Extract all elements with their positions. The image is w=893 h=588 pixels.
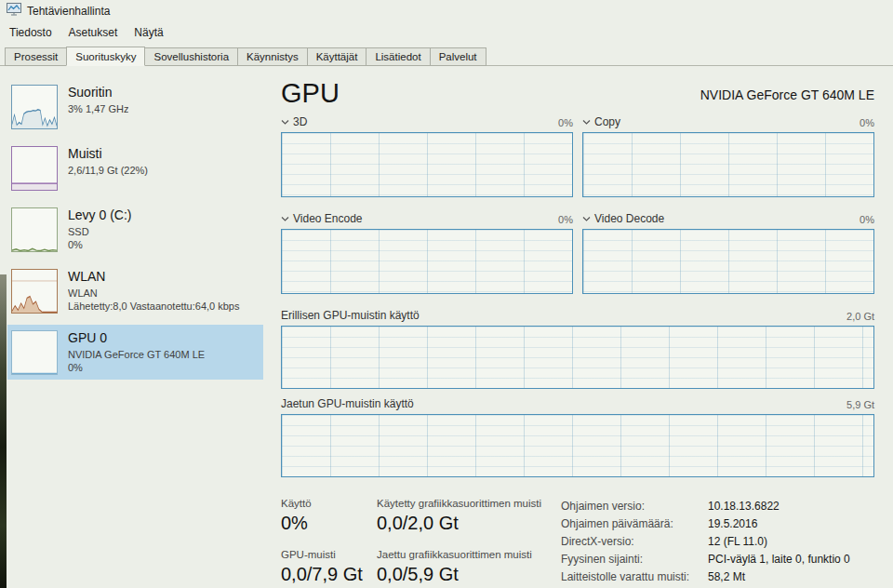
window-title: Tehtävienhallinta (27, 5, 110, 18)
physical-location-row: Fyysinen sijainti: PCI-väylä 1, laite 0,… (561, 551, 850, 568)
chart-video-decode: Video Decode 0% (582, 209, 874, 294)
sidebar-item-title: GPU 0 (68, 330, 205, 345)
menu-item-asetukset[interactable]: Asetukset (60, 24, 127, 41)
tab-kaynnistys[interactable]: Käynnistys (237, 47, 308, 66)
sidebar-item-detail: NVIDIA GeForce GT 640M LE (68, 348, 205, 361)
chart-label: Erillisen GPU-muistin käyttö (281, 309, 420, 322)
chart-copy: Copy 0% (582, 113, 874, 197)
stat-gpu-memory: GPU-muisti 0,0/7,9 Gt (281, 549, 377, 585)
sidebar-item-title: Muisti (68, 146, 148, 161)
chart-value: 0% (558, 214, 573, 225)
driver-info-label: Ohjaimen versio: (561, 498, 708, 515)
chart-label: Copy (594, 115, 620, 128)
sidebar-item-detail: SSD (68, 225, 131, 238)
driver-info-label: Ohjaimen päivämäärä: (561, 515, 708, 533)
driver-info-value: 12 (FL 11.0) (708, 533, 767, 551)
sidebar-item-detail: WLAN (68, 287, 240, 300)
stat-value: 0,0/7,9 Gt (281, 564, 377, 585)
chart-video-decode-graph (582, 229, 874, 294)
sidebar-item-cpu[interactable]: Suoritin 3% 1,47 GHz (7, 79, 263, 134)
tab-suorituskyky[interactable]: Suorituskyky (66, 47, 145, 66)
desktop-background-edge (0, 274, 7, 588)
stat-label: Käytetty grafiikkasuorittimen muisti (377, 498, 559, 509)
menu-bar: Tiedosto Asetukset Näytä (0, 22, 893, 43)
hardware-reserved-memory-row: Laitteistolle varattu muisti: 58,2 Mt (561, 568, 850, 586)
chart-value: 2,0 Gt (846, 311, 874, 322)
driver-info-label: Laitteistolle varattu muisti: (561, 568, 708, 586)
title-bar: Tehtävienhallinta (0, 0, 893, 22)
sidebar-item-detail: 0% (68, 361, 205, 374)
menu-item-tiedosto[interactable]: Tiedosto (1, 24, 60, 41)
cpu-sparkline-chart (11, 85, 58, 129)
chart-3d-graph (281, 132, 573, 197)
chart-value: 0% (860, 117, 874, 128)
driver-version-row: Ohjaimen versio: 10.18.13.6822 (561, 498, 850, 515)
chevron-down-icon[interactable] (582, 216, 591, 222)
stat-usage: Käyttö 0% (281, 498, 377, 534)
memory-sparkline-chart (11, 146, 58, 191)
driver-info-value: 58,2 Mt (708, 568, 745, 586)
driver-info-label: DirectX-versio: (561, 533, 708, 551)
sidebar-item-title: Suoritin (68, 85, 128, 100)
sidebar-item-gpu[interactable]: GPU 0 NVIDIA GeForce GT 640M LE 0% (7, 325, 263, 380)
page-title: GPU (281, 79, 340, 107)
stat-label: Käyttö (281, 498, 377, 509)
gpu-device-name: NVIDIA GeForce GT 640M LE (700, 87, 874, 107)
sidebar-item-detail: 2,6/11,9 Gt (22%) (68, 164, 148, 177)
stat-shared-memory-usage: Jaettu grafiikkasuorittimen muisti 0,0/5… (377, 549, 559, 585)
tab-prosessit[interactable]: Prosessit (5, 47, 67, 66)
tab-lisatiedot[interactable]: Lisätiedot (366, 47, 430, 66)
chart-3d: 3D 0% (281, 113, 573, 197)
chart-value: 5,9 Gt (846, 399, 874, 410)
performance-sidebar: Suoritin 3% 1,47 GHz Muisti 2,6/11,9 Gt … (0, 66, 263, 588)
chart-label: 3D (293, 115, 307, 128)
sidebar-item-detail: 0% (68, 238, 131, 251)
gpu-detail-panel: GPU NVIDIA GeForce GT 640M LE 3D 0% (263, 66, 893, 588)
stat-label: Jaettu grafiikkasuorittimen muisti (377, 549, 559, 560)
chart-label: Video Decode (594, 212, 664, 225)
chart-value: 0% (860, 214, 874, 225)
chart-video-encode: Video Encode 0% (281, 209, 573, 294)
sidebar-item-detail: 3% 1,47 GHz (68, 102, 128, 115)
chart-label: Video Encode (293, 212, 363, 225)
sidebar-item-detail: Lähetetty:8,0 Vastaanotettu:64,0 kbps (68, 300, 240, 313)
menu-item-nayta[interactable]: Näytä (126, 24, 171, 41)
tab-kayttajat[interactable]: Käyttäjät (307, 47, 367, 66)
chevron-down-icon[interactable] (281, 119, 289, 126)
chart-dedicated-gpu-memory: Erillisen GPU-muistin käyttö 2,0 Gt (281, 306, 874, 389)
tab-sovellushistoria[interactable]: Sovellushistoria (144, 47, 238, 66)
chart-shared-gpu-memory: Jaetun GPU-muistin käyttö 5,9 Gt (281, 394, 874, 477)
performance-pane: Suoritin 3% 1,47 GHz Muisti 2,6/11,9 Gt … (0, 66, 893, 588)
chart-label: Jaetun GPU-muistin käyttö (281, 397, 414, 410)
wlan-sparkline-chart (11, 269, 58, 314)
driver-info-value: PCI-väylä 1, laite 0, funktio 0 (708, 551, 850, 568)
chevron-down-icon[interactable] (582, 119, 591, 126)
chart-shared-gpu-memory-graph (281, 414, 874, 477)
tab-bar: Prosessit Suorituskyky Sovellushistoria … (0, 43, 893, 66)
stat-label: GPU-muisti (281, 549, 377, 560)
driver-info-label: Fyysinen sijainti: (561, 551, 708, 568)
tab-palvelut[interactable]: Palvelut (430, 47, 486, 66)
sidebar-item-memory[interactable]: Muisti 2,6/11,9 Gt (22%) (7, 140, 263, 195)
stat-value: 0% (281, 513, 377, 534)
stat-value: 0,0/2,0 Gt (377, 513, 559, 534)
sidebar-item-disk[interactable]: Levy 0 (C:) SSD 0% (7, 202, 263, 257)
chart-copy-graph (582, 132, 874, 197)
sidebar-item-title: Levy 0 (C:) (68, 207, 131, 222)
chart-dedicated-gpu-memory-graph (281, 326, 874, 389)
gpu-stats: Käyttö 0% GPU-muisti 0,0/7,9 Gt Käytetty… (281, 498, 874, 588)
chart-value: 0% (558, 117, 573, 128)
gpu-sparkline-chart (11, 330, 58, 375)
sidebar-item-title: WLAN (68, 269, 240, 284)
disk-sparkline-chart (11, 207, 58, 252)
task-manager-icon (7, 3, 21, 20)
driver-info: Ohjaimen versio: 10.18.13.6822 Ohjaimen … (561, 498, 850, 588)
driver-date-row: Ohjaimen päivämäärä: 19.5.2016 (561, 515, 850, 533)
stat-dedicated-memory-usage: Käytetty grafiikkasuorittimen muisti 0,0… (377, 498, 559, 534)
chart-video-encode-graph (281, 229, 573, 294)
chevron-down-icon[interactable] (281, 216, 289, 222)
directx-version-row: DirectX-versio: 12 (FL 11.0) (561, 533, 850, 551)
driver-info-value: 10.18.13.6822 (708, 498, 780, 515)
driver-info-value: 19.5.2016 (708, 515, 757, 533)
sidebar-item-wlan[interactable]: WLAN WLAN Lähetetty:8,0 Vastaanotettu:64… (7, 263, 263, 318)
